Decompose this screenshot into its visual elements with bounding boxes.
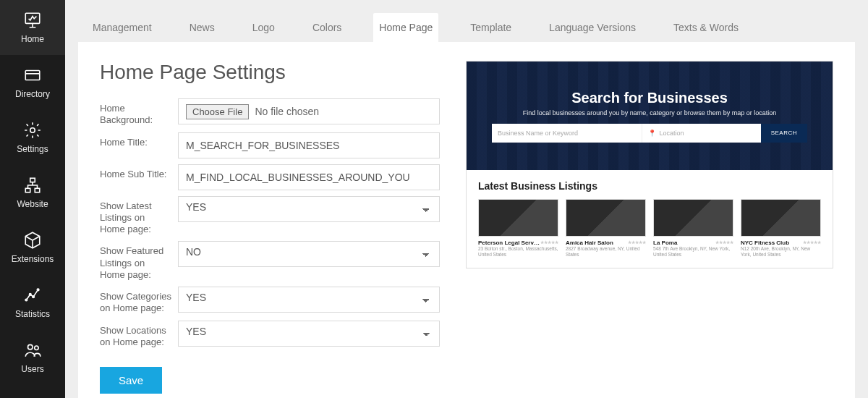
tab-home-page[interactable]: Home Page <box>373 13 438 42</box>
monitor-icon <box>23 11 42 30</box>
sidebar-item-label: Website <box>17 199 48 209</box>
show-categories-label: Show Categories on Home page: <box>100 287 178 315</box>
sidebar-item-statistics[interactable]: Statistics <box>0 275 65 330</box>
show-featured-label: Show Featured Listings on Home page: <box>100 241 178 281</box>
sidebar-item-label: Extensions <box>12 254 54 264</box>
preview-listings-heading: Latest Business Listings <box>478 180 821 192</box>
sidebar-item-users[interactable]: Users <box>0 330 65 385</box>
tab-language-versions[interactable]: Language Versions <box>543 13 642 42</box>
gear-icon <box>23 121 42 140</box>
show-locations-select[interactable]: YES <box>178 321 440 347</box>
users-icon <box>23 341 42 360</box>
tab-management[interactable]: Management <box>87 13 158 42</box>
sidebar-item-label: Statistics <box>15 309 50 319</box>
tab-template[interactable]: Template <box>464 13 517 42</box>
home-background-file[interactable]: Choose File No file chosen <box>178 98 440 124</box>
preview-hero-sub: Find local businesses around you by name… <box>523 109 777 117</box>
home-title-input[interactable] <box>178 132 440 158</box>
show-latest-label: Show Latest Listings on Home page: <box>100 196 178 236</box>
home-title-label: Home Title: <box>100 132 178 148</box>
preview-card: ★★★★★NYC Fitness Club N12 20th Ave, Broo… <box>741 199 821 258</box>
tab-colors[interactable]: Colors <box>307 13 347 42</box>
sidebar-item-extensions[interactable]: Extensions <box>0 220 65 275</box>
sidebar-item-label: Home <box>21 34 44 44</box>
main: Management News Logo Colors Home Page Te… <box>65 0 868 398</box>
show-categories-select[interactable]: YES <box>178 287 440 313</box>
svg-rect-5 <box>35 188 40 192</box>
sidebar: Home Directory Settings Website Extensio… <box>0 0 65 398</box>
file-status: No file chosen <box>255 106 319 117</box>
preview-card-thumb <box>741 199 821 237</box>
settings-panel: Home Page Settings Home Background: Choo… <box>78 42 855 398</box>
svg-point-11 <box>35 346 38 350</box>
preview-card-thumb <box>653 199 733 237</box>
homepage-preview: Search for Businesses Find local busines… <box>466 61 833 268</box>
sidebar-item-label: Directory <box>15 89 50 99</box>
home-sub-title-input[interactable] <box>178 164 440 190</box>
home-sub-title-label: Home Sub Title: <box>100 164 178 180</box>
page-title: Home Page Settings <box>100 61 440 84</box>
cube-icon <box>23 231 42 250</box>
save-button[interactable]: Save <box>100 367 162 394</box>
svg-rect-0 <box>25 13 40 23</box>
tab-news[interactable]: News <box>184 13 221 42</box>
preview-card: ★★★★★La Poma 548 7th Ave Brooklyn, NY, N… <box>653 199 733 258</box>
tab-texts-words[interactable]: Texts & Words <box>668 13 744 42</box>
sidebar-item-settings[interactable]: Settings <box>0 110 65 165</box>
choose-file-button[interactable]: Choose File <box>186 104 249 119</box>
preview-hero: Search for Businesses Find local busines… <box>467 62 833 170</box>
preview-card: ★★★★★Peterson Legal Services 23 Bolton s… <box>478 199 558 258</box>
preview-keyword-input: Business Name or Keyword <box>492 124 642 143</box>
preview-hero-title: Search for Businesses <box>571 90 728 106</box>
sidebar-item-label: Users <box>21 364 43 374</box>
svg-rect-1 <box>25 71 40 80</box>
svg-rect-3 <box>30 178 35 182</box>
sidebar-item-home[interactable]: Home <box>0 0 65 55</box>
home-background-label: Home Background: <box>100 98 178 127</box>
sidebar-item-website[interactable]: Website <box>0 165 65 220</box>
show-latest-select[interactable]: YES <box>178 196 440 222</box>
sidebar-item-label: Settings <box>17 144 48 154</box>
show-featured-select[interactable]: NO <box>178 241 440 267</box>
sitemap-icon <box>23 176 42 195</box>
preview-card-thumb <box>478 199 558 237</box>
preview-search-button: SEARCH <box>761 124 807 143</box>
preview-searchbar: Business Name or Keyword Location SEARCH <box>492 124 807 143</box>
card-icon <box>23 66 42 85</box>
preview-card-thumb <box>566 199 646 237</box>
svg-point-6 <box>25 299 27 301</box>
svg-rect-4 <box>25 188 30 192</box>
svg-point-2 <box>30 128 35 133</box>
tabbar: Management News Logo Colors Home Page Te… <box>65 0 868 42</box>
preview-listings: Latest Business Listings ★★★★★Peterson L… <box>467 170 833 268</box>
preview-card: ★★★★★Amica Hair Salon 2827 Broadway aven… <box>566 199 646 258</box>
show-locations-label: Show Locations on Home page: <box>100 321 178 349</box>
svg-point-10 <box>28 344 33 350</box>
tab-logo[interactable]: Logo <box>247 13 281 42</box>
preview-location-input: Location <box>642 124 760 143</box>
chart-icon <box>23 286 42 305</box>
sidebar-item-directory[interactable]: Directory <box>0 55 65 110</box>
